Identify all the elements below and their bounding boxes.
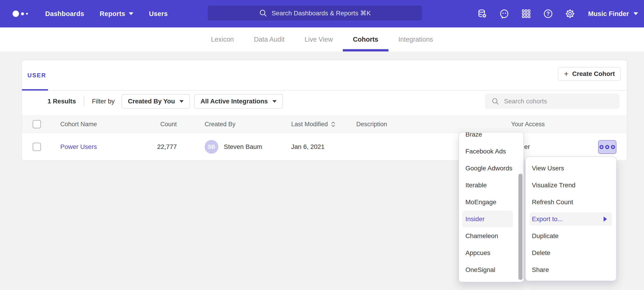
help-icon[interactable]: ? <box>543 9 553 19</box>
tab-integrations[interactable]: Integrations <box>388 28 443 51</box>
search-icon <box>491 97 500 105</box>
feedback-icon[interactable] <box>499 9 510 19</box>
submenu-item-iterable[interactable]: Iterable <box>459 177 524 194</box>
select-all-checkbox-cell <box>33 120 41 128</box>
create-cohort-button[interactable]: + Create Cohort <box>558 67 621 81</box>
avatar: SB <box>204 140 218 154</box>
menu-item-label: Duplicate <box>532 232 558 240</box>
nav-item-label: Reports <box>100 10 125 18</box>
integrations-filter-dropdown[interactable]: All Active Integrations <box>194 94 283 109</box>
cohort-count-value: 22,777 <box>145 143 177 151</box>
more-dots-icon <box>611 145 615 149</box>
search-icon <box>259 9 268 17</box>
plus-icon: + <box>564 70 569 78</box>
search-cohorts-placeholder: Search cohorts <box>504 98 547 105</box>
row-context-menu-list: View Users Visualize Trend Refresh Count… <box>526 160 616 278</box>
project-switcher[interactable]: Music Finder <box>588 10 638 18</box>
menu-item-label: View Users <box>532 165 564 172</box>
integrations-filter-value: All Active Integrations <box>200 98 268 105</box>
menu-item-label: Share <box>532 266 549 273</box>
filter-by-label: Filter by <box>92 98 115 105</box>
chevron-down-icon <box>634 12 638 15</box>
nav-item-label: Dashboards <box>45 10 84 18</box>
menu-item-label: Export to... <box>532 215 563 223</box>
submenu-item-onesignal[interactable]: OneSignal <box>459 261 524 278</box>
tab-lexicon[interactable]: Lexicon <box>201 28 244 51</box>
select-all-checkbox[interactable] <box>33 120 41 128</box>
row-checkbox-cell <box>33 143 41 151</box>
submenu-item-chameleon[interactable]: Chameleon <box>459 228 524 244</box>
logo-dot-icon <box>26 13 28 15</box>
brand-logo-icon[interactable] <box>12 11 28 17</box>
nav-item-reports[interactable]: Reports <box>100 10 134 18</box>
chevron-down-icon <box>272 100 276 103</box>
last-modified-value: Jan 6, 2021 <box>291 143 324 151</box>
tab-label: Cohorts <box>353 36 378 43</box>
search-cohorts-input[interactable]: Search cohorts <box>485 94 620 109</box>
tab-cohorts[interactable]: Cohorts <box>343 28 388 51</box>
column-header-created-by: Created By <box>204 121 236 128</box>
menu-item-share[interactable]: Share <box>526 261 616 278</box>
submenu-item-label: OneSignal <box>466 266 495 273</box>
nav-item-dashboards[interactable]: Dashboards <box>45 10 84 18</box>
submenu-item-appcues[interactable]: Appcues <box>459 244 524 261</box>
menu-item-refresh-count[interactable]: Refresh Count <box>526 194 616 211</box>
submenu-item-label: Appcues <box>466 249 490 257</box>
submenu-item-label: Chameleon <box>466 232 498 240</box>
card-header-divider <box>22 90 627 91</box>
menu-item-view-users[interactable]: View Users <box>526 160 616 177</box>
column-header-your-access: Your Access <box>511 121 545 128</box>
menu-item-label: Refresh Count <box>532 199 573 206</box>
submenu-item-label: Braze <box>466 132 482 138</box>
svg-text:?: ? <box>546 11 550 17</box>
row-context-menu: View Users Visualize Trend Refresh Count… <box>525 157 616 281</box>
created-by-cell: SB Steven Baum <box>204 140 262 154</box>
submenu-scrollbar-thumb[interactable] <box>518 174 522 280</box>
row-more-actions-button[interactable] <box>598 140 616 154</box>
tab-data-audit[interactable]: Data Audit <box>244 28 294 51</box>
menu-item-delete[interactable]: Delete <box>526 244 616 261</box>
submenu-item-insider[interactable]: Insider <box>459 211 524 228</box>
global-search-input[interactable]: Search Dashboards & Reports ⌘K <box>208 6 422 21</box>
data-management-icon[interactable] <box>477 9 488 19</box>
submenu-item-braze[interactable]: Braze <box>459 132 524 143</box>
table-header-row: Cohort Name Count Created By Last Modifi… <box>22 115 627 133</box>
menu-item-duplicate[interactable]: Duplicate <box>526 228 616 244</box>
nav-item-label: Users <box>149 10 168 18</box>
submenu-item-label: Insider <box>466 215 484 223</box>
cohort-type-tab-user[interactable]: USER <box>28 72 46 79</box>
cohorts-card: USER + Create Cohort 1 Results Filter by… <box>22 60 627 160</box>
submenu-item-google-adwords[interactable]: Google Adwords <box>459 160 524 177</box>
settings-gear-icon[interactable] <box>565 9 575 19</box>
created-by-name: Steven Baum <box>224 143 262 151</box>
column-header-cohort-name: Cohort Name <box>60 121 97 128</box>
submenu-item-facebook-ads[interactable]: Facebook Ads <box>459 143 524 160</box>
menu-item-visualize-trend[interactable]: Visualize Trend <box>526 177 616 194</box>
create-cohort-label: Create Cohort <box>572 70 615 78</box>
created-by-filter-dropdown[interactable]: Created By You <box>122 94 190 109</box>
row-checkbox[interactable] <box>33 143 41 151</box>
column-header-last-modified[interactable]: Last Modified <box>291 121 335 128</box>
submenu-item-label: Iterable <box>466 182 487 189</box>
more-dots-icon <box>605 145 609 149</box>
tab-live-view[interactable]: Live View <box>294 28 343 51</box>
submenu-item-moengage[interactable]: MoEngage <box>459 194 524 211</box>
top-navbar: Dashboards Reports Users Search Dashboar… <box>0 0 644 28</box>
logo-dot-icon <box>12 11 19 17</box>
tab-label: Data Audit <box>254 36 284 43</box>
active-tab-underline <box>343 49 388 51</box>
apps-grid-icon[interactable] <box>521 9 532 19</box>
cohort-name-link[interactable]: Power Users <box>60 143 97 150</box>
filter-row: 1 Results Filter by Created By You All A… <box>48 94 287 109</box>
section-tabs: Lexicon Data Audit Live View Cohorts Int… <box>0 28 644 51</box>
column-header-count: Count <box>145 121 177 128</box>
app-screen: Dashboards Reports Users Search Dashboar… <box>0 0 644 290</box>
user-tab-underline <box>22 89 48 91</box>
nav-item-users[interactable]: Users <box>149 10 168 18</box>
global-search-placeholder: Search Dashboards & Reports ⌘K <box>272 9 371 17</box>
vertical-divider <box>84 96 84 107</box>
menu-item-export-to[interactable]: Export to... <box>526 211 616 228</box>
column-header-description: Description <box>356 121 387 128</box>
tab-label: Lexicon <box>211 36 234 43</box>
column-header-label: Last Modified <box>291 121 328 128</box>
